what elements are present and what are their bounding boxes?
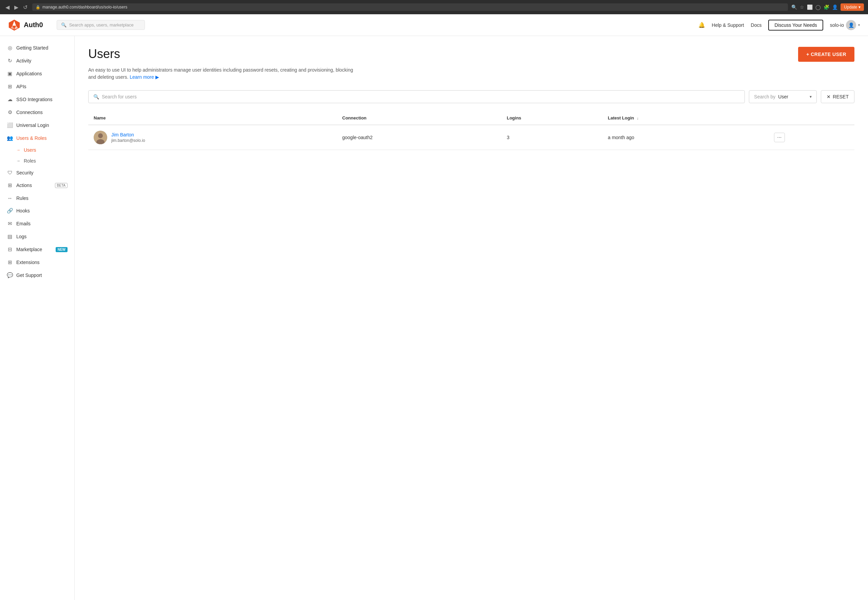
logs-icon: ▤ xyxy=(7,233,13,239)
arrow-right-icon: → xyxy=(16,148,20,152)
sidebar-item-rules[interactable]: ↔ Rules xyxy=(0,192,74,204)
docs-link[interactable]: Docs xyxy=(751,23,762,28)
apis-icon: ⊞ xyxy=(7,83,13,89)
user-name-cell: Jim Barton jim.barton@solo.io xyxy=(88,125,337,150)
browser-search-icon[interactable]: 🔍 xyxy=(791,5,797,10)
reload-button[interactable]: ↺ xyxy=(22,3,29,11)
row-actions-button[interactable]: ··· xyxy=(774,133,785,142)
avatar: 👤 xyxy=(846,20,856,30)
page-header: Users An easy to use UI to help administ… xyxy=(88,47,854,81)
sidebar-item-hooks[interactable]: 🔗 Hooks xyxy=(0,204,74,217)
search-input-icon: 🔍 xyxy=(93,94,99,99)
filter-bar: 🔍 Search for users Search by User ▾ ✕ RE… xyxy=(88,90,854,103)
sidebar: ◎ Getting Started ↻ Activity ▣ Applicati… xyxy=(0,36,75,600)
search-placeholder: Search apps, users, marketplace xyxy=(69,23,134,27)
forward-button[interactable]: ▶ xyxy=(13,3,20,11)
col-logins: Logins xyxy=(501,111,602,125)
sidebar-sub-label: Roles xyxy=(24,158,36,164)
rules-icon: ↔ xyxy=(7,195,13,201)
sidebar-item-activity[interactable]: ↻ Activity xyxy=(0,54,74,67)
learn-more-link[interactable]: Learn more ▶ xyxy=(130,74,159,80)
reset-label: RESET xyxy=(833,94,849,99)
sidebar-item-actions[interactable]: ⊞ Actions BETA xyxy=(0,179,74,192)
sidebar-item-label: APIs xyxy=(16,84,26,89)
sidebar-item-label: Applications xyxy=(16,71,42,76)
user-menu[interactable]: solo-io 👤 ▾ xyxy=(830,20,860,30)
browser-chrome: ◀ ▶ ↺ 🔒 manage.auth0.com/dashboard/us/so… xyxy=(0,0,868,14)
user-email: jim.barton@solo.io xyxy=(111,138,145,143)
browser-actions: 🔍 ☆ ⬜ ◯ 🧩 👤 Update ▾ xyxy=(791,3,864,11)
logo-text: Auth0 xyxy=(24,21,43,29)
help-support-link[interactable]: Help & Support xyxy=(712,23,744,28)
latest-login-cell: a month ago xyxy=(602,125,769,150)
sidebar-item-getting-started[interactable]: ◎ Getting Started xyxy=(0,41,74,54)
browser-profile-icon[interactable]: 👤 xyxy=(832,5,838,10)
address-bar[interactable]: 🔒 manage.auth0.com/dashboard/us/solo-io/… xyxy=(32,3,788,11)
sidebar-sub-item-roles[interactable]: → Roles xyxy=(0,155,74,166)
search-icon: 🔍 xyxy=(61,23,67,27)
col-latest-login[interactable]: Latest Login ↓ xyxy=(602,111,769,125)
table-row: Jim Barton jim.barton@solo.io google-oau… xyxy=(88,125,854,150)
marketplace-icon: ⊟ xyxy=(7,246,13,253)
username-label: solo-io xyxy=(830,23,844,28)
browser-star-icon[interactable]: ☆ xyxy=(800,5,804,10)
back-button[interactable]: ◀ xyxy=(4,3,11,11)
activity-icon: ↻ xyxy=(7,58,13,64)
sidebar-item-marketplace[interactable]: ⊟ Marketplace NEW xyxy=(0,243,74,256)
browser-update-button[interactable]: Update ▾ xyxy=(841,3,864,11)
hooks-icon: 🔗 xyxy=(7,208,13,214)
sidebar-item-applications[interactable]: ▣ Applications xyxy=(0,67,74,80)
applications-icon: ▣ xyxy=(7,71,13,77)
discuss-needs-button[interactable]: Discuss Your Needs xyxy=(768,20,823,30)
col-connection: Connection xyxy=(337,111,501,125)
search-by-label: Search by xyxy=(754,94,776,99)
browser-tab-icon[interactable]: ⬜ xyxy=(807,5,813,10)
sidebar-item-label: Users & Roles xyxy=(16,135,47,141)
sidebar-item-users-roles[interactable]: 👥 Users & Roles xyxy=(0,132,74,145)
sidebar-item-connections[interactable]: ⚙ Connections xyxy=(0,106,74,119)
update-label: Update xyxy=(844,5,857,9)
emails-icon: ✉ xyxy=(7,221,13,227)
browser-puzzle-icon[interactable]: 🧩 xyxy=(824,5,829,10)
logins-cell: 3 xyxy=(501,125,602,150)
sidebar-item-extensions[interactable]: ⊞ Extensions xyxy=(0,256,74,269)
browser-circle-icon[interactable]: ◯ xyxy=(815,5,821,10)
sidebar-item-label: Actions xyxy=(16,183,32,188)
search-by-select[interactable]: Search by User ▾ xyxy=(749,90,817,103)
svg-point-5 xyxy=(98,133,103,138)
update-chevron: ▾ xyxy=(859,5,860,9)
sidebar-sub-item-users[interactable]: → Users xyxy=(0,145,74,155)
search-input-placeholder: Search for users xyxy=(102,94,137,99)
auth0-logo-icon xyxy=(8,19,20,31)
logo-area: Auth0 xyxy=(8,19,43,31)
sidebar-item-emails[interactable]: ✉ Emails xyxy=(0,217,74,230)
getting-started-icon: ◎ xyxy=(7,45,13,51)
user-info: Jim Barton jim.barton@solo.io xyxy=(111,132,145,143)
sidebar-item-label: Logs xyxy=(16,234,26,239)
global-search[interactable]: 🔍 Search apps, users, marketplace xyxy=(57,20,145,30)
sidebar-item-universal-login[interactable]: ⬜ Universal Login xyxy=(0,119,74,132)
new-badge: NEW xyxy=(56,247,68,252)
create-user-button[interactable]: + CREATE USER xyxy=(798,47,854,62)
users-table: Name Connection Logins Latest Login ↓ xyxy=(88,111,854,150)
nav-links: 🔔 Help & Support Docs Discuss Your Needs… xyxy=(698,20,860,30)
security-icon: 🛡 xyxy=(7,170,13,176)
universal-login-icon: ⬜ xyxy=(7,122,13,128)
sidebar-item-security[interactable]: 🛡 Security xyxy=(0,166,74,179)
reset-button[interactable]: ✕ RESET xyxy=(821,90,854,103)
connections-icon: ⚙ xyxy=(7,109,13,115)
sidebar-item-label: Getting Started xyxy=(16,45,48,51)
notifications-bell-icon[interactable]: 🔔 xyxy=(698,22,705,28)
user-avatar-image xyxy=(94,131,107,144)
user-display-name[interactable]: Jim Barton xyxy=(111,132,145,138)
page-title: Users xyxy=(88,47,360,61)
sidebar-item-label: Marketplace xyxy=(16,247,42,252)
sidebar-item-apis[interactable]: ⊞ APIs xyxy=(0,80,74,93)
search-users-input[interactable]: 🔍 Search for users xyxy=(88,90,745,103)
sidebar-item-get-support[interactable]: 💬 Get Support xyxy=(0,269,74,282)
sidebar-item-label: Universal Login xyxy=(16,123,49,128)
sidebar-item-sso-integrations[interactable]: ☁ SSO Integrations xyxy=(0,93,74,106)
sort-down-icon: ↓ xyxy=(637,116,639,120)
sidebar-item-label: Activity xyxy=(16,58,31,64)
sidebar-item-logs[interactable]: ▤ Logs xyxy=(0,230,74,243)
